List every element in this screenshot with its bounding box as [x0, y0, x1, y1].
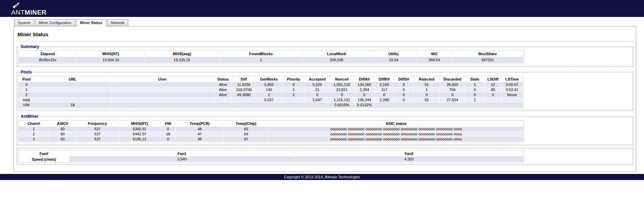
cell: 1,115,131: [330, 97, 354, 103]
fan2-speed-cell: 4,350: [295, 156, 524, 162]
tab-miner-configuration[interactable]: Miner Configuration: [35, 19, 75, 26]
cell: 1: [19, 127, 49, 132]
col-header: Diff: [232, 76, 256, 82]
cell: 0: [282, 82, 305, 87]
cell: 6442.07: [119, 132, 160, 137]
asic-status-cell: oooooooo oooooooo oooooooo oooooooo oooo…: [269, 132, 524, 137]
cell: 537: [76, 137, 119, 142]
cell: 0: [414, 92, 440, 97]
cell: [502, 97, 523, 103]
cell: 2: [282, 92, 305, 97]
col-header: Status: [214, 76, 232, 82]
cell: 26,820: [440, 82, 465, 87]
chain-row: 3 60 537 6195.12 0 49 67 oooooooo oooooo…: [19, 137, 524, 142]
cell: 0: [160, 127, 176, 132]
col-header: FoundBlocks: [219, 51, 303, 57]
col-header: MH/S(avg): [145, 51, 219, 57]
tab-system[interactable]: System: [14, 19, 34, 26]
cell: 268.54: [417, 57, 452, 63]
cell: 80: [485, 87, 502, 92]
cell: 92: [414, 97, 440, 103]
chain-row: 1 60 537 6366.91 0 48 65 oooooooo oooooo…: [19, 127, 524, 132]
asic-status-cell: oooooooo oooooooo oooooooo oooooooo oooo…: [269, 137, 524, 142]
cell: 0: [19, 82, 35, 87]
cell: [465, 103, 485, 108]
col-header: Fan#: [19, 151, 70, 156]
cell: 0:00:07: [502, 82, 523, 87]
cell: 134,060: [354, 82, 375, 87]
cell: 0: [160, 137, 176, 142]
cell: [305, 103, 330, 108]
content-panel: Miner Status Summary Elapsed MH/S(RT) MH…: [14, 26, 636, 172]
pools-table: Pool URL User Status Diff GetWorks Prior…: [18, 76, 523, 108]
logo-text: ANTMINER: [11, 9, 46, 16]
fans-table: Fan# Fan1 Fan2 Speed (r/min) 3,540 4,350: [18, 151, 524, 162]
col-header: MH/S(RT): [119, 120, 160, 127]
cell: 5,626: [305, 82, 330, 87]
cell: 2,284: [354, 87, 375, 92]
col-header: URL: [35, 76, 111, 82]
col-header: Discarded: [440, 76, 465, 82]
cell: 64: [223, 132, 269, 137]
cell: 0: [394, 82, 414, 87]
chains-header-row: Chain# ASIC# Frequency MH/S(RT) HW Temp(…: [19, 120, 524, 127]
cell: [232, 103, 256, 108]
cell: [502, 103, 523, 108]
cell: 65: [223, 127, 269, 132]
cell: 0: [305, 92, 330, 97]
cell: 1: [19, 87, 35, 92]
cell: 19,004.10: [77, 57, 145, 63]
cell: 60: [49, 137, 76, 142]
cell: 0: [330, 92, 354, 97]
cell: 47: [176, 132, 223, 137]
tab-bar: System Miner Configuration Miner Status …: [14, 19, 644, 26]
fan1-speed-cell: 3,540: [70, 156, 295, 162]
cell: 6,037: [256, 97, 282, 103]
tab-miner-status[interactable]: Miner Status: [76, 19, 106, 26]
tab-network[interactable]: Network: [107, 19, 128, 26]
pools-row: 0 Alive 11.8289 5,892 0 5,626 1,091,210 …: [19, 82, 523, 87]
cell: 1: [219, 57, 303, 63]
cell: 687201: [452, 57, 524, 63]
cell: [282, 103, 305, 108]
col-header: HW: [160, 120, 176, 127]
col-header: Fan2: [295, 151, 524, 156]
cell: 537: [76, 132, 119, 137]
cell: 91: [414, 82, 440, 87]
col-header: Rejected: [414, 76, 440, 82]
col-header: GetWorks: [256, 76, 282, 82]
col-header: Elapsed: [19, 51, 77, 57]
cell: [35, 87, 111, 92]
footer-bar: Copyright © 2013-2014, Bitmain Technolog…: [0, 174, 644, 180]
cell: [375, 103, 394, 108]
chain-row: 2 60 537 6442.07 18 47 64 oooooooo ooooo…: [19, 132, 524, 137]
col-header: User: [111, 76, 214, 82]
cell: 49.9680: [232, 92, 256, 97]
col-header: DiffR#: [375, 76, 394, 82]
col-header: Frequency: [76, 120, 119, 127]
cell: [111, 92, 214, 97]
logo-ant-text: ANT: [11, 9, 25, 16]
col-header: Temp(PCB): [176, 120, 223, 127]
cell: 1: [465, 97, 485, 103]
cell: total: [19, 97, 35, 103]
cell: 23,921: [330, 87, 354, 92]
cell: 19,325.25: [145, 57, 219, 63]
summary-header-row: Elapsed MH/S(RT) MH/S(avg) FoundBlocks L…: [19, 51, 524, 57]
cell: [111, 82, 214, 87]
col-header: MH/S(RT): [77, 51, 145, 57]
pools-total-row: total 6,037 5,647 1,115,131 136,344 2,28…: [19, 97, 523, 103]
chains-table: Chain# ASIC# Frequency MH/S(RT) HW Temp(…: [18, 120, 524, 142]
cell: 2,286: [375, 97, 394, 103]
col-header: ASIC status: [269, 120, 524, 127]
cell: 1: [465, 82, 485, 87]
col-header: Nonce#: [330, 76, 354, 82]
col-header: DiffS#: [394, 76, 414, 82]
cell: [394, 103, 414, 108]
cell: 5,647: [305, 97, 330, 103]
cell: [440, 103, 465, 108]
cell: 49: [176, 137, 223, 142]
pools-hw-row: HW 18 0.0016% 0.0132%: [19, 103, 523, 108]
cell: 2,169: [375, 82, 394, 87]
cell: [35, 82, 111, 87]
